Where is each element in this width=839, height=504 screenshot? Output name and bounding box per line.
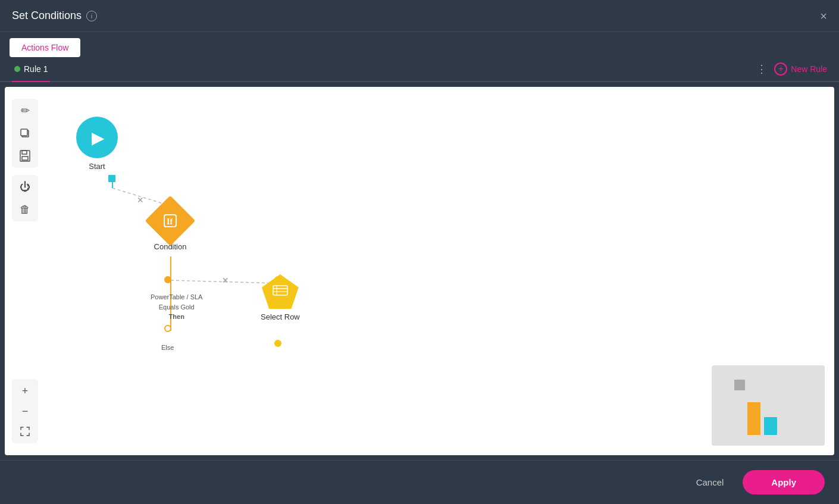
start-circle[interactable]: ▶	[76, 117, 118, 158]
new-rule-button[interactable]: + New Rule	[774, 62, 827, 76]
tab-area: Actions Flow	[0, 32, 839, 57]
modal-footer: Cancel Apply	[0, 460, 839, 504]
svg-rect-12	[273, 286, 287, 295]
mini-bar-teal	[764, 417, 777, 435]
mini-map-content	[712, 365, 825, 446]
select-row-pentagon[interactable]	[262, 274, 299, 309]
copy-icon[interactable]	[18, 126, 32, 140]
svg-rect-1	[21, 129, 27, 136]
branch-annotation: PowerTable / SLA Equals Gold Then	[151, 292, 202, 322]
info-icon: i	[91, 12, 92, 20]
x-marker-2: ✕	[222, 276, 228, 285]
rule-label: Rule 1	[24, 64, 48, 74]
x-marker-1: ✕	[137, 196, 143, 205]
select-row-icon	[272, 283, 289, 300]
apply-button[interactable]: Apply	[743, 470, 825, 494]
plus-circle-icon: +	[774, 62, 787, 76]
condition-diamond[interactable]: If	[145, 196, 196, 246]
branch-then-label: Then	[151, 312, 202, 322]
svg-text:If: If	[167, 217, 173, 226]
canvas-wrapper: ✏	[0, 82, 839, 460]
start-output-dot	[108, 175, 115, 182]
edit-icon[interactable]: ✏	[18, 104, 32, 118]
play-icon: ▶	[92, 128, 105, 148]
zoom-in-icon[interactable]: +	[18, 384, 32, 398]
info-badge[interactable]: i	[86, 11, 97, 21]
cancel-button[interactable]: Cancel	[687, 472, 734, 492]
branch-condition-text: PowerTable / SLA	[151, 292, 202, 302]
then-output-dot	[164, 276, 171, 283]
fit-icon[interactable]	[18, 424, 32, 439]
new-rule-label: New Rule	[791, 64, 827, 74]
svg-rect-3	[22, 151, 27, 154]
actions-flow-tab[interactable]: Actions Flow	[10, 38, 80, 57]
delete-icon[interactable]: 🗑	[18, 202, 32, 217]
rule-bar: Rule 1 ⋮ + New Rule	[0, 57, 839, 82]
svg-rect-4	[22, 156, 28, 160]
start-node[interactable]: ▶ Start	[76, 117, 118, 171]
mini-node-1	[734, 380, 745, 390]
mini-bar-orange	[747, 402, 760, 435]
select-row-label: Select Row	[261, 312, 300, 321]
branch-condition-text2: Equals Gold	[151, 302, 202, 312]
modal-container: Set Conditions i × Actions Flow Rule 1 ⋮…	[0, 0, 839, 504]
rule-tab[interactable]: Rule 1	[12, 57, 50, 82]
select-row-node[interactable]: Select Row	[261, 274, 300, 321]
select-row-output-dot	[274, 340, 281, 347]
modal-header: Set Conditions i ×	[0, 0, 839, 32]
power-icon[interactable]: ⏻	[18, 180, 32, 194]
rule-active-dot	[14, 66, 20, 72]
mini-map	[712, 365, 825, 446]
left-toolbar: ✏	[12, 99, 38, 228]
start-label: Start	[89, 162, 105, 171]
flow-canvas: ✏	[5, 87, 834, 455]
close-button[interactable]: ×	[820, 10, 827, 22]
toolbar-group-edit: ✏	[12, 99, 38, 168]
flow-connections	[5, 87, 834, 455]
modal-title-text: Set Conditions	[12, 10, 82, 22]
rule-bar-right: ⋮ + New Rule	[756, 62, 827, 76]
condition-node[interactable]: If Condition	[152, 203, 188, 251]
condition-icon: If	[162, 213, 178, 228]
save-icon[interactable]	[18, 149, 32, 163]
zoom-out-icon[interactable]: −	[18, 404, 32, 418]
else-label: Else	[161, 344, 174, 351]
else-output-dot	[164, 325, 171, 332]
modal-title-area: Set Conditions i	[12, 10, 97, 22]
toolbar-group-actions: ⏻ 🗑	[12, 175, 38, 221]
rule-more-icon[interactable]: ⋮	[756, 62, 767, 76]
zoom-toolbar: + −	[12, 379, 38, 443]
